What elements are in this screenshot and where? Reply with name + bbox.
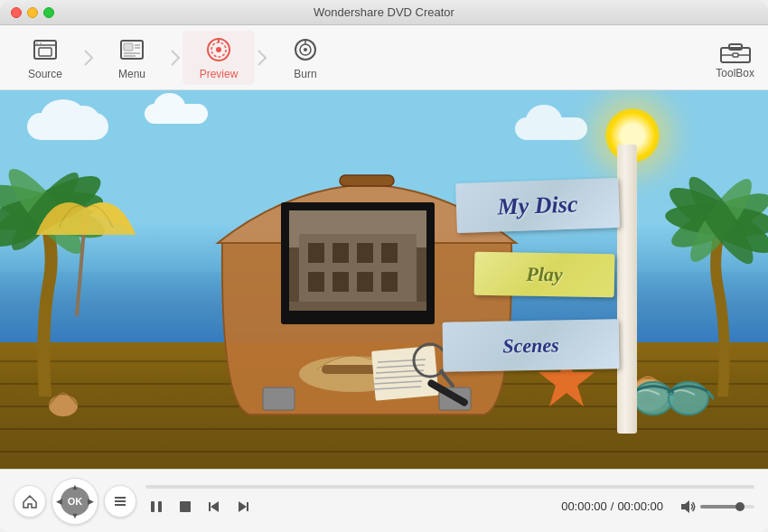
dpad[interactable]: ▲ ▼ ◀ ▶ OK bbox=[52, 478, 98, 525]
ok-label: OK bbox=[68, 496, 83, 507]
home-button[interactable] bbox=[14, 485, 46, 518]
svg-point-13 bbox=[216, 47, 221, 52]
svg-rect-22 bbox=[733, 53, 738, 57]
bottom-bar: ▲ ▼ ◀ ▶ OK bbox=[0, 469, 768, 532]
prev-button[interactable] bbox=[203, 496, 225, 518]
svg-rect-84 bbox=[180, 501, 191, 512]
stop-button[interactable] bbox=[174, 496, 196, 518]
burn-label: Burn bbox=[294, 68, 316, 80]
close-button[interactable] bbox=[11, 7, 22, 18]
controller: ▲ ▼ ◀ ▶ OK bbox=[14, 478, 136, 525]
preview-label: Preview bbox=[200, 68, 239, 80]
svg-rect-2 bbox=[39, 48, 52, 56]
progress-bar[interactable] bbox=[145, 485, 754, 489]
nav-item-preview[interactable]: Preview bbox=[183, 31, 255, 85]
cloud-2 bbox=[145, 104, 208, 124]
sign-my-disc: My Disc bbox=[455, 178, 620, 233]
arrow-2 bbox=[168, 31, 183, 85]
svg-point-78 bbox=[49, 395, 78, 416]
volume-area bbox=[679, 499, 754, 515]
toolbox-icon bbox=[719, 36, 752, 65]
next-icon bbox=[235, 499, 251, 515]
stop-icon bbox=[177, 499, 193, 515]
sign-pole bbox=[617, 145, 637, 434]
menu-icon bbox=[117, 35, 146, 64]
dpad-down-icon: ▼ bbox=[71, 511, 80, 520]
volume-thumb bbox=[735, 502, 745, 511]
svg-rect-49 bbox=[381, 272, 398, 292]
burn-icon bbox=[291, 35, 320, 64]
svg-rect-52 bbox=[284, 311, 432, 322]
nav-item-menu[interactable]: Menu bbox=[96, 31, 168, 85]
prev-icon bbox=[206, 499, 222, 515]
cloud-1 bbox=[27, 113, 108, 140]
volume-icon bbox=[679, 499, 696, 515]
traffic-lights bbox=[11, 7, 54, 18]
svg-rect-82 bbox=[151, 501, 155, 512]
svg-rect-44 bbox=[357, 243, 373, 263]
svg-rect-45 bbox=[381, 243, 398, 263]
svg-rect-53 bbox=[284, 205, 289, 322]
preview-icon bbox=[204, 35, 233, 64]
controls-row: 00:00:00 / 00:00:00 bbox=[145, 496, 754, 518]
svg-rect-35 bbox=[263, 387, 295, 410]
cloud-3 bbox=[515, 117, 587, 140]
svg-point-17 bbox=[304, 48, 307, 51]
svg-rect-42 bbox=[308, 243, 324, 263]
svg-rect-51 bbox=[284, 205, 432, 210]
sign-play: Play bbox=[474, 252, 615, 298]
menu-ctrl-button[interactable] bbox=[104, 485, 136, 518]
umbrella-decoration bbox=[27, 181, 136, 307]
maximize-button[interactable] bbox=[43, 7, 54, 18]
volume-slider[interactable] bbox=[700, 505, 754, 509]
app-title: Wondershare DVD Creator bbox=[314, 5, 454, 19]
svg-rect-54 bbox=[426, 205, 432, 322]
next-button[interactable] bbox=[232, 496, 254, 518]
toolbar: Source Menu bbox=[0, 25, 768, 90]
sign-scenes: Scenes bbox=[443, 319, 620, 371]
toolbox-button[interactable]: ToolBox bbox=[716, 36, 754, 79]
play-text: Play bbox=[526, 263, 563, 287]
menu-lines-icon bbox=[112, 493, 128, 509]
time-separator: / bbox=[611, 499, 614, 513]
svg-marker-89 bbox=[681, 500, 689, 513]
shell-small-decoration bbox=[45, 387, 81, 419]
menu-label: Menu bbox=[118, 68, 145, 80]
svg-marker-88 bbox=[239, 501, 247, 512]
svg-rect-47 bbox=[332, 272, 349, 292]
svg-rect-34 bbox=[340, 175, 394, 186]
dpad-left-icon: ◀ bbox=[56, 497, 62, 506]
progress-area: 00:00:00 / 00:00:00 bbox=[145, 485, 754, 518]
nav-item-burn[interactable]: Burn bbox=[269, 31, 342, 85]
toolbox-label: ToolBox bbox=[716, 67, 754, 79]
dpad-up-icon: ▲ bbox=[71, 482, 80, 491]
arrow-3 bbox=[255, 31, 269, 85]
disc-title-text: My Disc bbox=[497, 191, 578, 220]
home-icon bbox=[22, 493, 38, 509]
svg-rect-46 bbox=[308, 272, 324, 292]
dpad-right-icon: ▶ bbox=[88, 497, 94, 506]
svg-rect-83 bbox=[158, 501, 162, 512]
source-icon bbox=[31, 35, 60, 64]
scenes-text: Scenes bbox=[502, 333, 559, 358]
title-bar: Wondershare DVD Creator bbox=[0, 0, 768, 25]
svg-rect-6 bbox=[124, 43, 133, 51]
nav-items: Source Menu bbox=[9, 31, 342, 85]
source-label: Source bbox=[28, 68, 62, 80]
nav-item-source[interactable]: Source bbox=[9, 31, 81, 85]
arrow-1 bbox=[81, 31, 96, 85]
time-total: 00:00:00 bbox=[617, 499, 663, 513]
svg-rect-43 bbox=[332, 243, 349, 263]
time-display: 00:00:00 / 00:00:00 bbox=[561, 499, 663, 513]
preview-area: My Disc Play Scenes bbox=[0, 90, 768, 469]
pause-icon bbox=[148, 499, 164, 515]
svg-rect-48 bbox=[357, 272, 373, 292]
pause-button[interactable] bbox=[145, 496, 167, 518]
time-current: 00:00:00 bbox=[561, 499, 607, 513]
signpost: My Disc Play Scenes bbox=[443, 145, 678, 434]
minimize-button[interactable] bbox=[27, 7, 38, 18]
volume-fill bbox=[700, 505, 738, 509]
svg-marker-86 bbox=[211, 501, 219, 512]
